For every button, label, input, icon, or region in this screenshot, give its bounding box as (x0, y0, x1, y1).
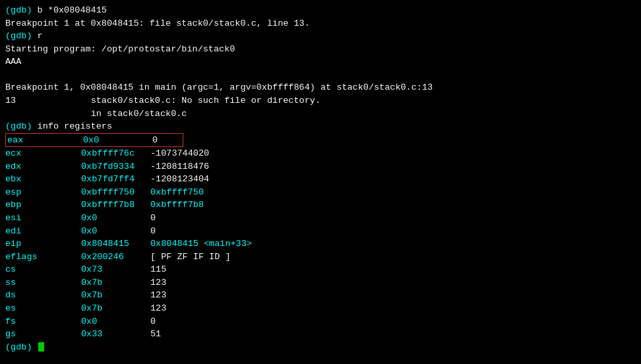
reg-ds-val1: 0x7b (81, 289, 150, 302)
line-ebx: ebx0xb7fd7ff4-1208123404 (5, 173, 636, 186)
reg-edx-val1: 0xb7fd9334 (81, 160, 150, 173)
reg-edi-val2: 0 (150, 226, 156, 236)
line-eflags: eflags0x200246[ PF ZF IF ID ] (5, 251, 636, 264)
line-bp1: Breakpoint 1 at 0x8048415: file stack0/s… (5, 17, 636, 30)
reg-ds-name: ds (5, 289, 81, 302)
reg-esp-name: esp (5, 186, 81, 199)
reg-esp-val2: 0xbffff750 (150, 187, 204, 197)
eax-highlighted-row: eax0x00 (5, 133, 183, 148)
reg-fs-name: fs (5, 315, 81, 328)
line-bp2: Breakpoint 1, 0x08048415 in main (argc=1… (5, 81, 636, 94)
line-es: es0x7b123 (5, 302, 636, 315)
line-eax: eax0x00 (5, 133, 636, 148)
reg-edi-name: edi (5, 225, 81, 238)
reg-ss-val1: 0x7b (81, 276, 150, 289)
reg-es-val1: 0x7b (81, 302, 150, 315)
cursor-block (38, 342, 44, 351)
reg-cs-val1: 0x73 (81, 263, 150, 276)
reg-ebx-val1: 0xb7fd7ff4 (81, 173, 150, 186)
line-final-prompt: (gdb) (5, 341, 636, 354)
reg-eax-val1: 0x0 (83, 134, 152, 147)
line-ss: ss0x7b123 (5, 276, 636, 289)
reg-ss-name: ss (5, 276, 81, 289)
reg-cs-val2: 115 (150, 264, 166, 274)
line-gs: gs0x3351 (5, 328, 636, 341)
reg-fs-val2: 0 (150, 317, 156, 326)
line-cs: cs0x73115 (5, 263, 636, 276)
reg-ebp-val2: 0xbffff7b8 (150, 200, 204, 210)
reg-ebp-name: ebp (5, 198, 81, 212)
reg-gs-val2: 51 (150, 329, 161, 339)
reg-edx-val2: -1208118476 (150, 162, 209, 171)
reg-eip-name: eip (5, 237, 81, 251)
reg-eip-val2: 0x8048415 <main+33> (150, 239, 252, 249)
line-cmd2: (gdb) r (5, 30, 636, 43)
line-ebp: ebp0xbffff7b80xbffff7b8 (5, 198, 636, 212)
reg-esi-val2: 0 (150, 213, 156, 223)
reg-gs-name: gs (5, 328, 81, 341)
line-esi: esi0x00 (5, 212, 636, 225)
reg-cs-name: cs (5, 263, 81, 276)
line-esp: esp0xbffff7500xbffff750 (5, 186, 636, 199)
line-edi: edi0x00 (5, 225, 636, 238)
gdb-prompt: (gdb) (5, 342, 38, 352)
line-cmd3: (gdb) info registers (5, 120, 636, 133)
reg-ecx-name: ecx (5, 147, 81, 160)
line-edx: edx0xb7fd9334-1208118476 (5, 160, 636, 173)
reg-eflags-val1: 0x200246 (81, 251, 150, 264)
line-instack: in stack0/stack0.c (5, 107, 636, 121)
reg-ebx-name: ebx (5, 173, 81, 186)
reg-edx-name: edx (5, 160, 81, 173)
reg-esi-name: esi (5, 212, 81, 225)
reg-es-name: es (5, 302, 81, 315)
reg-eip-val1: 0x8048415 (81, 237, 150, 251)
reg-gs-val1: 0x33 (81, 328, 150, 341)
reg-eflags-name: eflags (5, 251, 81, 264)
line-ds: ds0x7b123 (5, 289, 636, 302)
reg-eax-val2: 0 (152, 135, 158, 145)
reg-edi-val1: 0x0 (81, 225, 150, 238)
reg-es-val2: 123 (150, 303, 166, 313)
line-eip: eip0x80484150x8048415 <main+33> (5, 237, 636, 251)
line-nosuchfile: 13 stack0/stack0.c: No such file or dire… (5, 94, 636, 107)
terminal-window: (gdb) b *0x08048415 Breakpoint 1 at 0x80… (5, 4, 636, 364)
line-blank (5, 69, 636, 82)
reg-fs-val1: 0x0 (81, 315, 150, 328)
reg-ds-val2: 123 (150, 290, 166, 300)
reg-ecx-val1: 0xbffff76c (81, 147, 150, 160)
line-start: Starting program: /opt/protostar/bin/sta… (5, 43, 636, 56)
reg-esi-val1: 0x0 (81, 212, 150, 225)
reg-eflags-val2: [ PF ZF IF ID ] (150, 252, 231, 262)
reg-ecx-val2: -1073744020 (150, 148, 209, 158)
reg-ss-val2: 123 (150, 278, 166, 288)
reg-ebx-val2: -1208123404 (150, 174, 209, 184)
reg-eax-name: eax (7, 134, 83, 147)
reg-ebp-val1: 0xbffff7b8 (81, 198, 150, 212)
line-aaa: AAA (5, 55, 636, 69)
line-cmd1: (gdb) b *0x08048415 (5, 4, 636, 17)
line-ecx: ecx0xbffff76c-1073744020 (5, 147, 636, 160)
line-fs: fs0x00 (5, 315, 636, 328)
reg-esp-val1: 0xbffff750 (81, 186, 150, 199)
